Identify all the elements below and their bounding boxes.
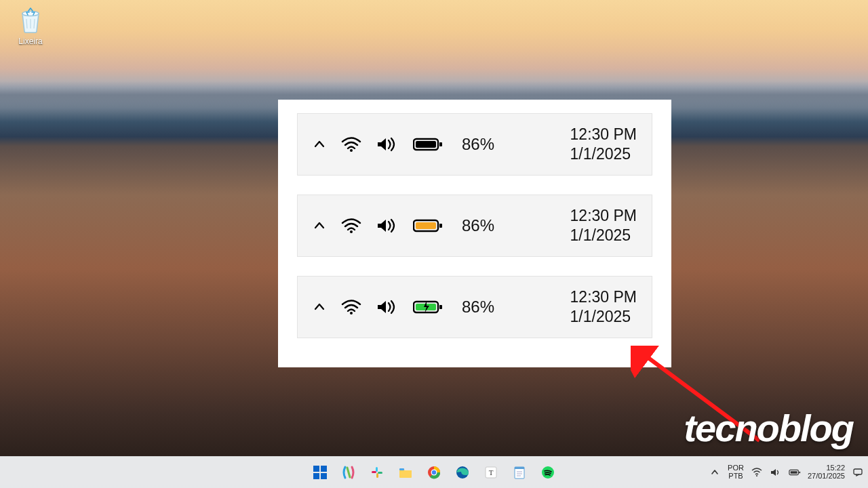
tray-overflow-button[interactable] xyxy=(709,466,721,479)
taskbar-app-slack[interactable] xyxy=(366,461,389,484)
taskbar-app-notepad[interactable] xyxy=(508,461,531,484)
svg-rect-12 xyxy=(439,305,442,309)
taskbar-app-chrome[interactable] xyxy=(422,461,446,484)
svg-rect-17 xyxy=(321,473,327,479)
tray-time: 12:30 PM xyxy=(570,125,637,144)
tray-wifi[interactable] xyxy=(751,466,763,479)
battery-percent: 86% xyxy=(462,135,494,154)
tray-sample: 86% 12:30 PM 1/1/2025 xyxy=(297,113,652,176)
svg-rect-37 xyxy=(791,471,797,474)
battery-percent: 86% xyxy=(462,216,494,235)
taskbar-app-copilot[interactable] xyxy=(337,461,360,484)
taskbar-clock[interactable]: 15:22 27/01/2025 xyxy=(808,464,845,480)
edge-icon xyxy=(456,466,469,479)
svg-rect-15 xyxy=(321,466,327,472)
taskbar-app-text[interactable]: T xyxy=(479,461,502,484)
wifi-icon[interactable] xyxy=(341,299,361,315)
taskbar-system-tray: POR PTB 15:22 27/01/2025 xyxy=(709,464,864,480)
svg-rect-14 xyxy=(313,466,319,472)
svg-rect-16 xyxy=(313,473,319,479)
svg-rect-7 xyxy=(416,222,436,229)
text-app-icon: T xyxy=(484,466,498,479)
battery-percent: 86% xyxy=(462,298,494,317)
svg-point-0 xyxy=(22,12,39,16)
svg-rect-38 xyxy=(799,472,800,474)
recycle-bin-label: Lixeira xyxy=(7,37,54,46)
chevron-up-icon[interactable] xyxy=(313,219,326,232)
tray-sample: 86% 12:30 PM 1/1/2025 xyxy=(297,276,652,338)
wifi-icon xyxy=(751,468,762,477)
spotify-icon xyxy=(541,466,555,479)
notepad-icon xyxy=(513,465,526,480)
tray-examples-card: 86% 12:30 PM 1/1/2025 86% 12:30 PM 1/1/2… xyxy=(278,100,671,367)
svg-rect-30 xyxy=(515,467,524,469)
tray-sample: 86% 12:30 PM 1/1/2025 xyxy=(297,195,652,257)
tray-datetime[interactable]: 12:30 PM 1/1/2025 xyxy=(570,287,637,327)
svg-rect-20 xyxy=(376,473,378,478)
taskbar: T POR PTB 15:22 27/01/2025 xyxy=(0,456,868,488)
watermark: tecnoblog xyxy=(684,406,853,450)
recycle-bin-icon xyxy=(16,5,45,35)
svg-point-35 xyxy=(756,475,757,476)
taskbar-app-explorer[interactable] xyxy=(394,461,417,484)
tray-battery[interactable] xyxy=(789,466,801,479)
start-button[interactable] xyxy=(309,461,332,484)
language-indicator[interactable]: POR PTB xyxy=(728,464,744,480)
taskbar-app-edge[interactable] xyxy=(451,461,474,484)
svg-rect-4 xyxy=(439,142,442,146)
tray-datetime[interactable]: 12:30 PM 1/1/2025 xyxy=(570,206,637,245)
svg-rect-18 xyxy=(376,467,378,472)
chevron-up-icon[interactable] xyxy=(313,300,326,314)
taskbar-app-spotify[interactable] xyxy=(536,461,559,484)
tray-datetime[interactable]: 12:30 PM 1/1/2025 xyxy=(570,125,637,164)
copilot-icon xyxy=(341,465,356,480)
folder-icon xyxy=(398,466,413,479)
lang-line2: PTB xyxy=(728,472,744,481)
svg-rect-22 xyxy=(399,468,404,470)
taskbar-date: 27/01/2025 xyxy=(808,472,845,481)
svg-point-9 xyxy=(350,312,353,314)
recycle-bin[interactable]: Lixeira xyxy=(7,5,54,46)
tray-date: 1/1/2025 xyxy=(570,144,637,164)
svg-rect-3 xyxy=(416,141,436,148)
tray-notifications[interactable] xyxy=(852,466,864,479)
tray-date: 1/1/2025 xyxy=(570,226,637,245)
svg-text:T: T xyxy=(489,468,494,476)
taskbar-pinned-apps: T xyxy=(309,461,559,484)
svg-point-25 xyxy=(432,470,436,474)
chrome-icon xyxy=(427,466,441,479)
volume-icon[interactable] xyxy=(376,218,398,234)
battery-icon[interactable] xyxy=(413,137,443,152)
svg-rect-19 xyxy=(372,471,376,473)
wifi-icon[interactable] xyxy=(341,136,361,152)
chevron-up-icon xyxy=(711,468,719,476)
chevron-up-icon[interactable] xyxy=(313,138,326,151)
windows-icon xyxy=(313,465,328,480)
battery-charging-icon[interactable] xyxy=(413,300,443,314)
svg-point-1 xyxy=(350,149,353,152)
tray-volume[interactable] xyxy=(770,466,782,479)
svg-rect-21 xyxy=(378,472,382,474)
svg-point-5 xyxy=(350,230,353,233)
volume-icon[interactable] xyxy=(376,299,398,315)
battery-icon[interactable] xyxy=(413,218,443,233)
notification-icon xyxy=(852,467,863,478)
svg-rect-8 xyxy=(439,224,442,228)
volume-icon xyxy=(770,468,781,477)
tray-date: 1/1/2025 xyxy=(570,307,637,327)
volume-icon[interactable] xyxy=(376,136,398,152)
tray-time: 12:30 PM xyxy=(570,287,637,307)
battery-icon xyxy=(789,468,801,476)
slack-icon xyxy=(370,466,384,479)
wifi-icon[interactable] xyxy=(341,218,361,234)
tray-time: 12:30 PM xyxy=(570,206,637,226)
svg-rect-39 xyxy=(854,469,862,474)
